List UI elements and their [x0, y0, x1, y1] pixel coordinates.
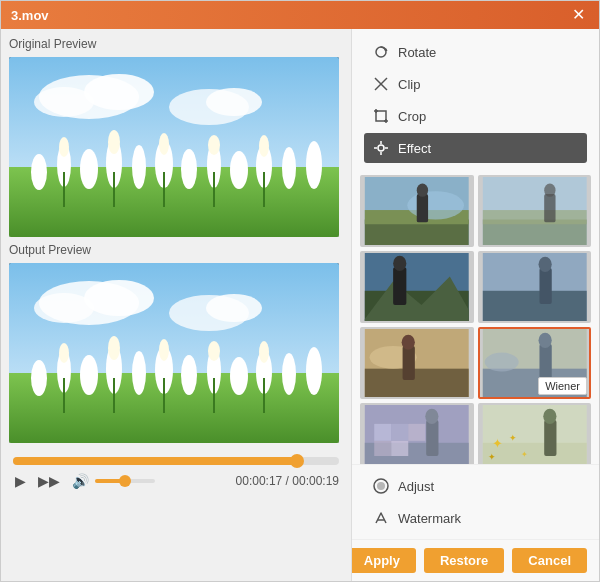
effect-fade[interactable] [478, 175, 592, 247]
volume-icon: 🔊 [70, 471, 91, 491]
tool-clip[interactable]: Clip [364, 69, 587, 99]
svg-rect-106 [408, 424, 425, 441]
svg-point-101 [484, 353, 518, 372]
tool-adjust[interactable]: Adjust [364, 471, 587, 501]
bottom-tools: Adjust Watermark [352, 464, 599, 539]
effect-wiener[interactable]: Wiener [478, 327, 592, 399]
svg-point-87 [393, 256, 406, 271]
current-time: 00:00:17 [236, 474, 283, 488]
effect-icon [372, 139, 390, 157]
svg-point-38 [80, 355, 98, 395]
svg-rect-81 [544, 194, 555, 222]
svg-point-9 [80, 149, 98, 189]
controls-row: ▶ ▶▶ 🔊 00:00:17 / 00:00:19 [13, 471, 339, 491]
svg-rect-80 [482, 210, 586, 224]
volume-area: 🔊 [70, 471, 155, 491]
tool-menu: Rotate Clip [352, 29, 599, 171]
svg-rect-107 [374, 441, 391, 456]
output-preview-section: Output Preview [9, 243, 343, 443]
svg-point-19 [59, 137, 69, 157]
svg-point-96 [402, 335, 415, 350]
output-preview-label: Output Preview [9, 243, 343, 257]
svg-rect-108 [391, 441, 408, 456]
playback-controls: ▶ ▶▶ 🔊 00:00:17 / 00:00:19 [9, 451, 343, 495]
svg-point-118 [543, 409, 556, 424]
close-button[interactable]: ✕ [568, 7, 589, 23]
svg-point-22 [208, 135, 220, 155]
svg-point-51 [208, 341, 220, 361]
adjust-icon [372, 477, 390, 495]
time-display: 00:00:17 / 00:00:19 [236, 474, 339, 488]
main-content: Original Preview [1, 29, 599, 581]
svg-rect-90 [539, 268, 551, 304]
original-preview-section: Original Preview [9, 37, 343, 237]
svg-point-36 [31, 360, 47, 396]
svg-rect-62 [376, 111, 386, 121]
restore-button[interactable]: Restore [424, 548, 504, 573]
svg-point-31 [84, 280, 154, 316]
effect-normal[interactable] [360, 175, 474, 247]
volume-track[interactable] [95, 479, 155, 483]
effect-blur[interactable] [360, 403, 474, 464]
svg-rect-95 [403, 346, 415, 380]
progress-bar[interactable] [13, 457, 339, 465]
crop-icon [372, 107, 390, 125]
rotate-icon [372, 43, 390, 61]
svg-point-91 [538, 257, 551, 272]
svg-rect-109 [426, 420, 438, 456]
svg-point-23 [259, 135, 269, 157]
play-button[interactable]: ▶ [13, 471, 28, 491]
crop-label: Crop [398, 109, 426, 124]
svg-point-67 [378, 145, 384, 151]
svg-rect-105 [391, 424, 408, 441]
watermark-icon [372, 509, 390, 527]
svg-point-77 [417, 184, 428, 197]
effect-warm[interactable] [360, 327, 474, 399]
effect-label: Effect [398, 141, 431, 156]
svg-point-13 [181, 149, 197, 189]
original-preview [9, 57, 339, 237]
tool-crop[interactable]: Crop [364, 101, 587, 131]
svg-rect-89 [482, 291, 586, 321]
tool-rotate[interactable]: Rotate [364, 37, 587, 67]
svg-point-75 [407, 191, 464, 219]
svg-point-110 [425, 409, 438, 424]
svg-point-21 [159, 133, 169, 155]
svg-point-2 [84, 74, 154, 110]
tool-effect[interactable]: Effect [364, 133, 587, 163]
effect-grid: Wiener [352, 171, 599, 464]
svg-text:✦: ✦ [487, 451, 495, 462]
step-forward-button[interactable]: ▶▶ [36, 471, 62, 491]
left-panel: Original Preview [1, 29, 351, 581]
svg-point-7 [31, 154, 47, 190]
volume-thumb [119, 475, 131, 487]
tool-watermark[interactable]: Watermark [364, 503, 587, 533]
svg-point-82 [544, 184, 555, 197]
svg-point-47 [306, 347, 322, 395]
effect-sharpen[interactable]: ✦ ✦ ✦ ✦ [478, 403, 592, 464]
effect-cool[interactable] [478, 251, 592, 323]
svg-point-46 [282, 353, 296, 395]
svg-point-15 [230, 151, 248, 189]
output-preview [9, 263, 339, 443]
cancel-button[interactable]: Cancel [512, 548, 587, 573]
svg-point-5 [206, 88, 262, 116]
apply-button[interactable]: Apply [351, 548, 416, 573]
right-panel: Rotate Clip [351, 29, 599, 581]
svg-rect-104 [374, 424, 391, 441]
svg-text:✦: ✦ [520, 450, 527, 459]
svg-rect-99 [539, 344, 551, 380]
bottom-buttons: Apply Restore Cancel [352, 539, 599, 581]
watermark-label: Watermark [398, 511, 461, 526]
total-time: 00:00:19 [292, 474, 339, 488]
svg-point-44 [230, 357, 248, 395]
clip-icon [372, 75, 390, 93]
svg-point-11 [132, 145, 146, 189]
svg-rect-117 [544, 420, 556, 456]
svg-rect-93 [365, 369, 469, 397]
original-preview-label: Original Preview [9, 37, 343, 51]
rotate-label: Rotate [398, 45, 436, 60]
svg-text:✦: ✦ [509, 432, 517, 443]
svg-point-3 [34, 87, 94, 117]
effect-vivid[interactable] [360, 251, 474, 323]
